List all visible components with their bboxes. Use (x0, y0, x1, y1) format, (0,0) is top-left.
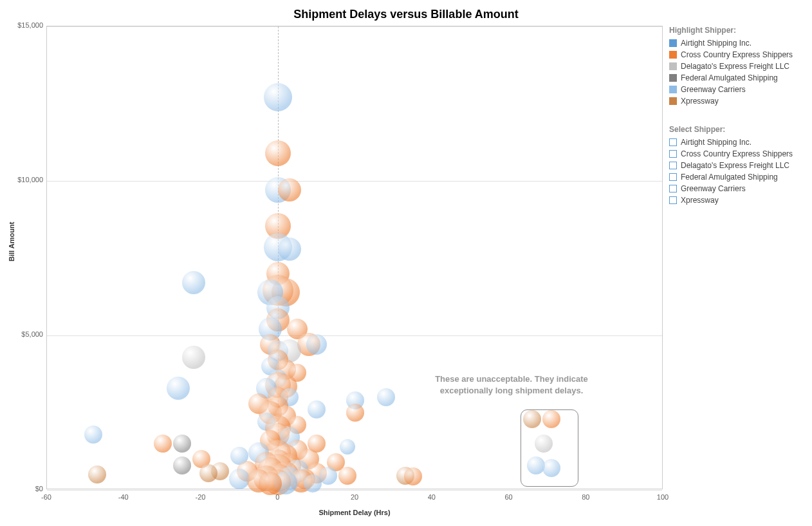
data-point[interactable] (346, 404, 364, 422)
x-tick-label: 60 (496, 493, 522, 501)
legend-item-label: Federal Amulgated Shipping (681, 173, 778, 182)
checkbox-icon[interactable] (669, 196, 677, 204)
legend-select-item[interactable]: Delagato's Express Freight LLC (669, 160, 807, 171)
legend-color-swatch (669, 51, 677, 59)
checkbox-icon[interactable] (669, 138, 677, 146)
data-point[interactable] (173, 456, 191, 474)
legend: Highlight Shipper: Airtight Shipping Inc… (669, 26, 807, 206)
legend-item-label: Greenway Carriers (681, 85, 746, 94)
gridline (47, 26, 662, 27)
legend-select-title: Select Shipper: (669, 125, 807, 134)
y-axis-label: Bill Amount (8, 222, 15, 261)
checkbox-icon[interactable] (669, 185, 677, 193)
legend-item-label: Xpressway (681, 97, 719, 106)
legend-highlight-item[interactable]: Greenway Carriers (669, 84, 807, 95)
data-point[interactable] (306, 334, 327, 355)
data-point[interactable] (340, 439, 355, 455)
data-point[interactable] (265, 140, 291, 166)
legend-item-label: Airtight Shipping Inc. (681, 39, 752, 48)
highlight-box (521, 409, 578, 487)
legend-highlight-item[interactable]: Xpressway (669, 95, 807, 107)
data-point[interactable] (182, 271, 205, 294)
legend-color-swatch (669, 62, 677, 70)
legend-item-label: Cross Country Express Shippers (681, 50, 793, 59)
legend-color-swatch (669, 74, 677, 82)
data-point[interactable] (304, 474, 322, 493)
x-tick-label: 20 (342, 493, 367, 501)
gridline (47, 181, 662, 182)
legend-select-item[interactable]: Xpressway (669, 194, 807, 206)
data-point[interactable] (278, 178, 301, 202)
legend-item-label: Delagato's Express Freight LLC (681, 161, 789, 170)
legend-color-swatch (669, 86, 677, 93)
gridline (47, 335, 662, 336)
checkbox-icon[interactable] (669, 150, 677, 158)
legend-select-item[interactable]: Cross Country Express Shippers (669, 148, 807, 160)
x-tick-label: 100 (650, 493, 676, 501)
data-point[interactable] (338, 467, 356, 485)
x-tick-label: 40 (419, 493, 445, 501)
data-point[interactable] (308, 400, 326, 418)
data-point[interactable] (377, 388, 395, 406)
legend-item-label: Delagato's Express Freight LLC (681, 62, 789, 71)
x-tick-label: -20 (188, 493, 214, 501)
legend-item-label: Federal Amulgated Shipping (681, 73, 778, 82)
gridline (47, 490, 662, 491)
legend-item-label: Airtight Shipping Inc. (681, 138, 752, 147)
data-point[interactable] (154, 435, 172, 453)
x-tick-label: -40 (111, 493, 136, 501)
y-tick-label: $15,000 (5, 21, 43, 29)
legend-select-item[interactable]: Federal Amulgated Shipping (669, 171, 807, 183)
checkbox-icon[interactable] (669, 173, 677, 181)
plot-area[interactable] (46, 26, 663, 489)
data-point[interactable] (84, 426, 102, 444)
x-tick-label: 0 (264, 493, 290, 501)
x-tick-label: -60 (33, 493, 59, 501)
data-point[interactable] (182, 346, 205, 369)
data-point[interactable] (259, 472, 282, 495)
legend-highlight-title: Highlight Shipper: (669, 26, 807, 35)
legend-select-item[interactable]: Greenway Carriers (669, 183, 807, 194)
data-point[interactable] (264, 83, 292, 111)
legend-item-label: Xpressway (681, 196, 719, 205)
y-tick-label: $10,000 (5, 176, 43, 183)
data-point[interactable] (404, 467, 422, 485)
x-axis-label: Shipment Delay (Hrs) (46, 509, 663, 516)
legend-highlight-item[interactable]: Federal Amulgated Shipping (669, 72, 807, 84)
y-tick-label: $5,000 (5, 330, 43, 338)
legend-highlight-item[interactable]: Airtight Shipping Inc. (669, 37, 807, 49)
legend-color-swatch (669, 97, 677, 105)
data-point[interactable] (88, 465, 106, 484)
y-tick-label: $0 (5, 485, 43, 493)
data-point[interactable] (319, 467, 337, 485)
checkbox-icon[interactable] (669, 162, 677, 169)
data-point[interactable] (199, 464, 217, 482)
legend-item-label: Cross Country Express Shippers (681, 149, 793, 158)
legend-color-swatch (669, 39, 677, 47)
legend-highlight-item[interactable]: Delagato's Express Freight LLC (669, 61, 807, 72)
x-tick-label: 80 (573, 493, 598, 501)
legend-select-item[interactable]: Airtight Shipping Inc. (669, 136, 807, 148)
data-point[interactable] (278, 238, 301, 261)
legend-highlight-item[interactable]: Cross Country Express Shippers (669, 49, 807, 61)
data-point[interactable] (167, 377, 190, 400)
annotation-text: These are unacceptable. They indicateexc… (405, 373, 618, 397)
legend-item-label: Greenway Carriers (681, 184, 746, 193)
data-point[interactable] (173, 435, 191, 453)
chart-title: Shipment Delays versus Billable Amount (0, 8, 812, 21)
